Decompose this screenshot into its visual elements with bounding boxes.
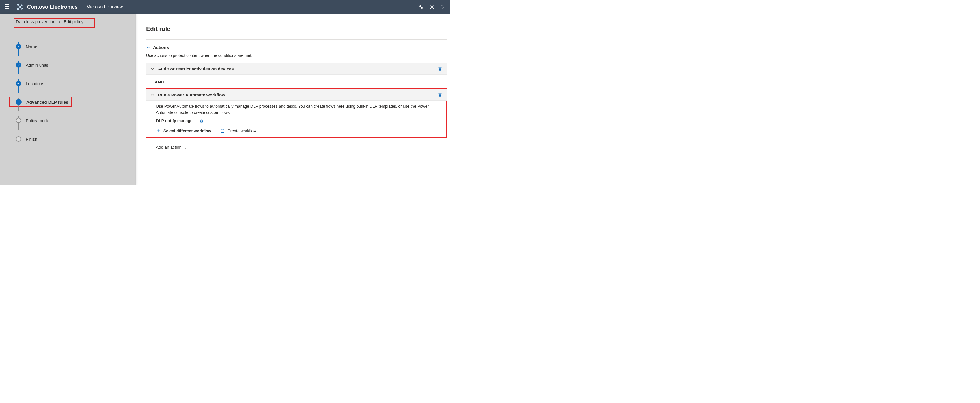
svg-point-0: [18, 4, 19, 5]
app-header: Contoso Electronics Microsoft Purview ?: [0, 0, 450, 14]
add-action-label: Add an action: [156, 145, 181, 150]
svg-point-3: [22, 8, 23, 10]
step-done-icon: [16, 44, 21, 49]
brand-logo[interactable]: Contoso Electronics: [16, 3, 78, 11]
app-launcher-icon[interactable]: [5, 4, 10, 10]
plus-icon: ＋: [148, 144, 154, 150]
product-name: Microsoft Purview: [86, 4, 123, 10]
select-workflow-label: Select different workflow: [164, 129, 212, 133]
step-pending-icon: [16, 118, 21, 123]
wizard-step-finish[interactable]: Finish: [16, 130, 127, 148]
step-pending-icon: [16, 136, 21, 142]
drone-logo-icon: [16, 3, 24, 11]
power-automate-title: Run a Power Automate workflow: [158, 92, 225, 97]
create-workflow-label: Create workflow: [228, 129, 256, 133]
select-workflow-button[interactable]: ＋ Select different workflow: [156, 128, 212, 134]
power-automate-description: Use Power Automate flows to automaticall…: [146, 100, 447, 117]
step-label: Advanced DLP rules: [26, 100, 68, 105]
step-label: Locations: [26, 81, 44, 86]
selected-workflow-row: DLP notify manager: [146, 117, 447, 124]
add-action-button[interactable]: ＋ Add an action ⌄: [146, 137, 447, 150]
delete-power-automate-button[interactable]: [438, 92, 443, 97]
breadcrumb: Data loss prevention › Edit policy: [0, 14, 135, 29]
wizard-step-name[interactable]: Name: [16, 37, 127, 56]
step-current-icon: [16, 99, 22, 105]
workflow-name: DLP notify manager: [156, 118, 194, 123]
breadcrumb-current: Edit policy: [64, 19, 83, 24]
chevron-down-icon: ⌄: [184, 145, 188, 150]
step-label: Finish: [26, 137, 37, 142]
wizard-steps: Name Admin units Locations Advanced DLP: [0, 29, 135, 148]
audit-action-title: Audit or restrict activities on devices: [158, 67, 234, 72]
main-panel: Edit rule Actions Use actions to protect…: [136, 14, 450, 185]
chevron-down-icon: ⌄: [259, 129, 261, 132]
delete-audit-action-button[interactable]: [438, 66, 443, 72]
create-workflow-button[interactable]: Create workflow ⌄: [220, 129, 261, 133]
step-label: Policy mode: [26, 118, 49, 123]
wizard-step-locations[interactable]: Locations: [16, 74, 127, 93]
step-label: Name: [26, 44, 37, 49]
chevron-up-icon: [150, 93, 154, 97]
chevron-right-icon: ›: [59, 19, 60, 24]
plus-icon: ＋: [156, 128, 161, 134]
svg-point-6: [422, 8, 423, 9]
svg-point-4: [20, 6, 21, 7]
svg-point-1: [22, 4, 23, 5]
chevron-down-icon: [150, 67, 154, 71]
chevron-up-icon: [146, 45, 150, 49]
flow-icon[interactable]: [418, 4, 424, 10]
actions-section-toggle[interactable]: Actions: [146, 45, 447, 50]
delete-workflow-button[interactable]: [199, 118, 204, 123]
power-automate-action-bar[interactable]: Run a Power Automate workflow: [146, 89, 447, 100]
step-done-icon: [16, 62, 21, 68]
help-icon[interactable]: ?: [440, 4, 446, 10]
page-title: Edit rule: [146, 25, 447, 32]
actions-section-title: Actions: [153, 45, 169, 50]
audit-action-bar[interactable]: Audit or restrict activities on devices: [146, 63, 447, 75]
divider: [146, 39, 447, 40]
breadcrumb-parent[interactable]: Data loss prevention: [16, 19, 56, 24]
settings-gear-icon[interactable]: [429, 4, 435, 10]
svg-point-5: [419, 5, 420, 6]
wizard-sidebar: Data loss prevention › Edit policy Name …: [0, 14, 136, 185]
logic-and-label: AND: [146, 75, 447, 89]
wizard-step-admin-units[interactable]: Admin units: [16, 56, 127, 74]
wizard-step-policy-mode[interactable]: Policy mode: [16, 111, 127, 130]
open-external-icon: [220, 129, 225, 133]
svg-point-7: [431, 6, 433, 8]
actions-description: Use actions to protect content when the …: [146, 53, 447, 58]
step-label: Admin units: [26, 63, 48, 68]
step-done-icon: [16, 81, 21, 86]
brand-name: Contoso Electronics: [27, 4, 78, 10]
svg-point-2: [18, 8, 19, 10]
wizard-step-advanced-dlp[interactable]: Advanced DLP rules: [16, 93, 127, 111]
